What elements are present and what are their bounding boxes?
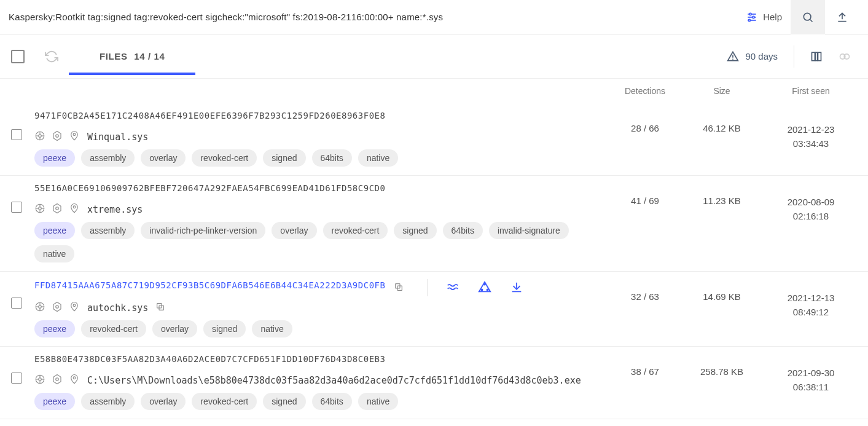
col-size[interactable]: Size: [679, 86, 765, 96]
refresh-icon[interactable]: [37, 50, 66, 63]
time-range-label: 90 days: [745, 51, 778, 61]
tag-assembly[interactable]: assembly: [81, 222, 135, 239]
file-hash: 9471F0CB2A45E171C2408A46EF491E00EFE6396F…: [34, 111, 385, 120]
file-name[interactable]: C:\Users\M\Downloads\e58b80e4738dc03f5aa…: [87, 375, 581, 386]
columns-button[interactable]: [810, 50, 823, 63]
svg-point-35: [482, 289, 483, 290]
link-toggle[interactable]: [839, 50, 851, 63]
svg-rect-13: [815, 52, 817, 60]
tag-revoked-cert[interactable]: revoked-cert: [81, 320, 146, 337]
family-icon: [34, 203, 45, 216]
svg-point-5: [748, 19, 750, 21]
graph-button[interactable]: [478, 280, 491, 296]
tag-peexe[interactable]: peexe: [34, 222, 75, 239]
svg-point-31: [56, 207, 59, 210]
tag-revoked-cert[interactable]: revoked-cert: [323, 222, 388, 239]
svg-point-57: [73, 377, 76, 379]
svg-point-37: [484, 283, 485, 285]
file-name[interactable]: Winqual.sys: [87, 132, 148, 143]
table-row: 9471F0CB2A45E171C2408A46EF491E00EFE6396F…: [0, 103, 868, 176]
tag-native[interactable]: native: [358, 149, 398, 167]
file-name[interactable]: xtreme.sys: [87, 204, 143, 215]
table-row: E58B80E4738DC03F5AA82D3A40A6D2ACE0D7C7CF…: [0, 347, 868, 419]
tag-native[interactable]: native: [358, 393, 398, 410]
first-seen-value: 2021-09-3006:38:11: [765, 366, 857, 394]
size-value: 11.23 KB: [679, 195, 765, 206]
table-row: FFD87415AAA675A87C719D952CF93B5C69DFA6B5…: [0, 272, 868, 347]
row-checkbox[interactable]: [11, 373, 22, 384]
results-header: FILES 14 / 14 90 days: [0, 34, 868, 79]
tag-signed[interactable]: signed: [263, 393, 305, 410]
row-checkbox[interactable]: [11, 202, 22, 213]
row-checkbox[interactable]: [11, 129, 22, 140]
svg-point-51: [39, 378, 42, 381]
time-range-button[interactable]: 90 days: [727, 50, 778, 63]
tag-peexe[interactable]: peexe: [34, 149, 75, 167]
tag-overlay[interactable]: overlay: [272, 222, 316, 239]
tag-signed[interactable]: signed: [394, 222, 436, 239]
copy-hash-icon[interactable]: [394, 282, 404, 294]
file-hash[interactable]: FFD87415AAA675A87C719D952CF93B5C69DFA6B5…: [34, 280, 385, 290]
tag-revoked-cert[interactable]: revoked-cert: [192, 393, 257, 410]
module-icon: [52, 130, 63, 143]
tag-overlay[interactable]: overlay: [141, 149, 186, 167]
tag-native[interactable]: native: [252, 320, 292, 337]
first-seen-value: 2020-08-0902:16:18: [765, 195, 857, 223]
top-bar: Help: [0, 0, 868, 34]
tag-overlay[interactable]: overlay: [141, 393, 186, 410]
tag-revoked-cert[interactable]: revoked-cert: [192, 149, 257, 167]
vsep: [794, 45, 794, 68]
tag-signed[interactable]: signed: [203, 320, 246, 337]
col-detections[interactable]: Detections: [611, 86, 679, 96]
tag-signed[interactable]: signed: [263, 149, 305, 167]
svg-rect-14: [818, 52, 821, 60]
svg-point-11: [733, 58, 734, 60]
svg-point-6: [803, 13, 811, 20]
download-button[interactable]: [510, 280, 523, 296]
tag-invalid-rich-pe-linker-version[interactable]: invalid-rich-pe-linker-version: [141, 222, 265, 239]
tag-64bits[interactable]: 64bits: [312, 149, 352, 167]
search-button[interactable]: [791, 0, 825, 34]
search-input[interactable]: [9, 9, 731, 25]
filters-button[interactable]: Help: [737, 0, 791, 34]
location-icon: [69, 203, 80, 216]
svg-point-56: [56, 378, 59, 381]
tag-64bits[interactable]: 64bits: [443, 222, 483, 239]
columns-icon: [810, 50, 823, 63]
location-icon: [69, 374, 80, 387]
row-checkbox[interactable]: [11, 298, 22, 309]
upload-icon: [836, 11, 848, 23]
tag-64bits[interactable]: 64bits: [312, 393, 352, 410]
svg-point-46: [56, 306, 59, 309]
first-seen-value: 2021-12-1308:49:12: [765, 291, 857, 319]
location-icon: [69, 130, 80, 143]
link-icon: [839, 50, 851, 63]
search-icon: [802, 11, 814, 23]
detections-value: 28 / 66: [611, 123, 679, 133]
module-icon: [52, 374, 63, 387]
tag-peexe[interactable]: peexe: [34, 393, 75, 410]
upload-button[interactable]: [825, 0, 859, 34]
copy-name-icon[interactable]: [155, 302, 165, 314]
similar-button[interactable]: [446, 280, 459, 296]
help-label: Help: [763, 12, 782, 22]
first-seen-value: 2021-12-2303:34:43: [765, 123, 857, 151]
tag-assembly[interactable]: assembly: [81, 393, 135, 410]
svg-point-18: [39, 135, 42, 138]
tag-overlay[interactable]: overlay: [152, 320, 197, 337]
module-icon: [52, 203, 63, 216]
family-icon: [34, 130, 45, 143]
vsep: [427, 279, 428, 296]
table-row: FE7DEA03E3000CD2DF9708056DFE789598CCD7F9…: [0, 419, 868, 426]
file-name[interactable]: autochk.sys: [87, 302, 148, 314]
col-first-seen[interactable]: First seen: [765, 86, 857, 96]
tab-files[interactable]: FILES 14 / 14: [69, 37, 195, 75]
tag-invalid-signature[interactable]: invalid-signature: [489, 222, 569, 239]
family-icon: [34, 301, 45, 314]
tag-assembly[interactable]: assembly: [81, 149, 135, 167]
file-hash: 55E16A0CE69106909762BFEBF720647A292FAEA5…: [34, 183, 385, 193]
tag-native[interactable]: native: [34, 245, 74, 262]
select-all-checkbox[interactable]: [11, 50, 25, 63]
column-headers: Detections Size First seen: [0, 79, 868, 103]
tag-peexe[interactable]: peexe: [34, 320, 75, 337]
